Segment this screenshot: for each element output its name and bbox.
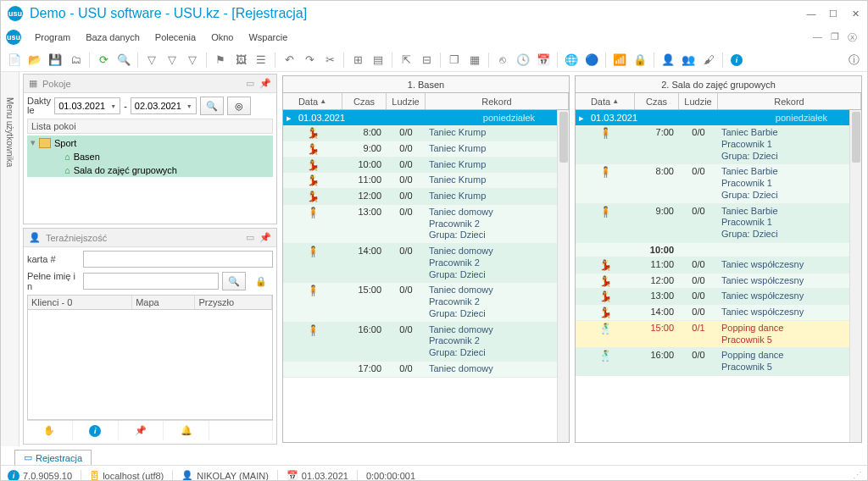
schedule-row[interactable]: 🧍13:000/0Taniec domowyPracownik 2Grupa: … [283,205,569,244]
tb-user-icon[interactable]: 👤 [659,52,676,69]
tb-saveall-icon[interactable]: 🗂 [67,52,84,69]
menu-program[interactable]: Program [28,29,77,46]
search-dates-button[interactable]: 🔍 [200,97,224,115]
tb-color-icon[interactable]: 🔵 [583,52,600,69]
schedule-row[interactable]: 10:00 [576,243,861,257]
schedule-row[interactable]: 🧍15:000/0Taniec domowyPracownik 2Grupa: … [283,283,569,322]
pin-button[interactable]: 📌 [119,421,164,440]
tb-open-icon[interactable]: 📂 [26,52,43,69]
mdi-close-icon[interactable]: ⓧ [848,31,857,44]
menu-support[interactable]: Wsparcie [242,29,294,46]
schedule-row[interactable]: 💃11:000/0Taniec Krump [283,173,569,189]
schedule-row[interactable]: 💃9:000/0Taniec Krump [283,141,569,158]
tb-image-icon[interactable]: 🖼 [232,52,249,69]
menu-commands[interactable]: Polecenia [148,29,203,46]
minimize-button[interactable]: — [806,8,816,19]
schedule-body[interactable]: ▸01.03.2021poniedziałek🧍7:000/0Taniec Ba… [576,110,861,442]
schedule-row[interactable]: 💃14:000/0Taniec współczesny [576,305,861,321]
tb-addcol-icon[interactable]: ⊞ [349,52,366,69]
menu-database[interactable]: Baza danych [79,29,147,46]
tb-list-icon[interactable]: ☰ [253,52,270,69]
scrollbar-thumb[interactable] [852,112,860,163]
maximize-button[interactable]: ☐ [828,8,838,19]
collapse-icon[interactable]: ▾ [31,137,36,148]
tree-node-sport[interactable]: ▾ Sport [27,135,273,150]
tb-window-icon[interactable]: ❐ [446,52,463,69]
day-header-row[interactable]: ▸01.03.2021poniedziałek [576,110,861,125]
schedule-row[interactable]: 🕺15:000/1Popping dancePracownik 5 [576,321,861,349]
tb-filter-icon[interactable]: ▽ [143,52,160,69]
tb-new-icon[interactable]: 📄 [6,52,23,69]
col-czas[interactable]: Czas [635,93,679,109]
col-rekord[interactable]: Rekord [718,93,861,109]
tb-refresh-icon[interactable]: ⟳ [95,52,112,69]
schedule-row[interactable]: 🧍14:000/0Taniec domowyPracownik 2Grupa: … [283,244,569,283]
tb-rss-icon[interactable]: 📶 [611,52,628,69]
tb-calendar-icon[interactable]: 📅 [535,52,552,69]
menu-window[interactable]: Okno [204,29,240,46]
tb-filter2-icon[interactable]: ▽ [164,52,181,69]
col-ludzie[interactable]: Ludzie [387,93,426,109]
tb-report-icon[interactable]: ▤ [370,52,387,69]
schedule-row[interactable]: 💃10:000/0Taniec Krump [283,158,569,174]
scrollbar[interactable] [557,110,569,442]
tb-search-icon[interactable]: 🔍 [115,52,132,69]
col-rekord[interactable]: Rekord [426,93,569,109]
schedule-row[interactable]: 💃11:000/0Taniec współczesny [576,257,861,274]
panel-float-icon[interactable]: ▭ [246,78,254,89]
date-to-input[interactable]: 02.03.2021▼ [131,97,197,114]
scrollbar-thumb[interactable] [559,112,568,163]
mdi-restore-icon[interactable]: ❐ [831,31,839,44]
panel-float-icon[interactable]: ▭ [246,232,254,243]
schedule-row[interactable]: 🧍7:000/0Taniec BarbiePracownik 1Grupa: D… [576,125,861,164]
menu-logo-icon[interactable]: usu [6,30,21,45]
schedule-row[interactable]: 💃13:000/0Taniec współczesny [576,289,861,305]
resize-grip-icon[interactable]: ⋰ [853,470,860,481]
tab-rejestracja[interactable]: ▭ Rejestracja [14,450,92,465]
col-map[interactable]: Mapa [132,296,195,309]
search-client-button[interactable]: 🔍 [222,272,246,290]
tb-undo-icon[interactable]: ↶ [281,52,298,69]
dropdown-icon[interactable]: ▼ [110,103,116,109]
bell-button[interactable]: 🔔 [164,421,209,440]
schedule-row[interactable]: 17:000/0Taniec domowy [283,362,569,378]
tb-brush-icon[interactable]: 🖌 [700,52,717,69]
tb-clock-icon[interactable]: 🕓 [515,52,531,69]
col-clients[interactable]: Klienci - 0 [28,296,132,309]
col-arrived[interactable]: Przyszło [195,296,272,309]
day-header-row[interactable]: ▸01.03.2021poniedziałek [283,110,569,125]
dropdown-icon[interactable]: ▼ [186,103,192,109]
tb-tiles-icon[interactable]: ▦ [466,52,483,69]
info-button[interactable]: i [73,421,119,440]
date-from-input[interactable]: 01.03.2021▼ [54,97,120,114]
tb-globe-icon[interactable]: 🌐 [563,52,580,69]
tb-cut-icon[interactable]: ✂ [321,52,338,69]
col-ludzie[interactable]: Ludzie [679,93,718,109]
lock-icon[interactable]: 🔒 [249,272,273,290]
tree-node-sala[interactable]: ⌂ Sala do zajęć grupowych [27,163,273,177]
tb-save-icon[interactable]: 💾 [47,52,64,69]
tb-exit-icon[interactable]: ⎋ [494,52,511,69]
schedule-row[interactable]: 💃12:000/0Taniec Krump [283,189,569,205]
tb-redo-icon[interactable]: ↷ [301,52,318,69]
tree-node-basen[interactable]: ⌂ Basen [27,150,273,163]
panel-pin-icon[interactable]: 📌 [259,232,271,243]
schedule-row[interactable]: 🧍9:000/0Taniec BarbiePracownik 1Grupa: D… [576,204,861,243]
tb-filter3-icon[interactable]: ▽ [184,52,201,69]
schedule-row[interactable]: 🧍8:000/0Taniec BarbiePracownik 1Grupa: D… [576,164,861,203]
schedule-row[interactable]: 💃12:000/0Taniec współczesny [576,274,861,290]
close-button[interactable]: ✕ [850,8,860,19]
schedule-body[interactable]: ▸01.03.2021poniedziałek💃8:000/0Taniec Kr… [283,110,569,442]
tb-flag-icon[interactable]: ⚑ [212,52,229,69]
col-data[interactable]: Data▲ [576,93,635,109]
tb-excel-icon[interactable]: ⊟ [418,52,435,69]
target-button[interactable]: ◎ [227,97,251,115]
schedule-row[interactable]: 🧍16:000/0Taniec domowyPracownik 2Grupa: … [283,323,569,362]
tb-help-icon[interactable]: ⓘ [845,52,862,69]
card-input[interactable] [83,251,273,268]
scrollbar[interactable] [849,110,861,442]
tb-users-icon[interactable]: 👥 [680,52,697,69]
tb-lock-icon[interactable]: 🔒 [632,52,648,69]
mdi-minimize-icon[interactable]: — [813,31,822,44]
info-icon[interactable]: i [8,470,19,482]
